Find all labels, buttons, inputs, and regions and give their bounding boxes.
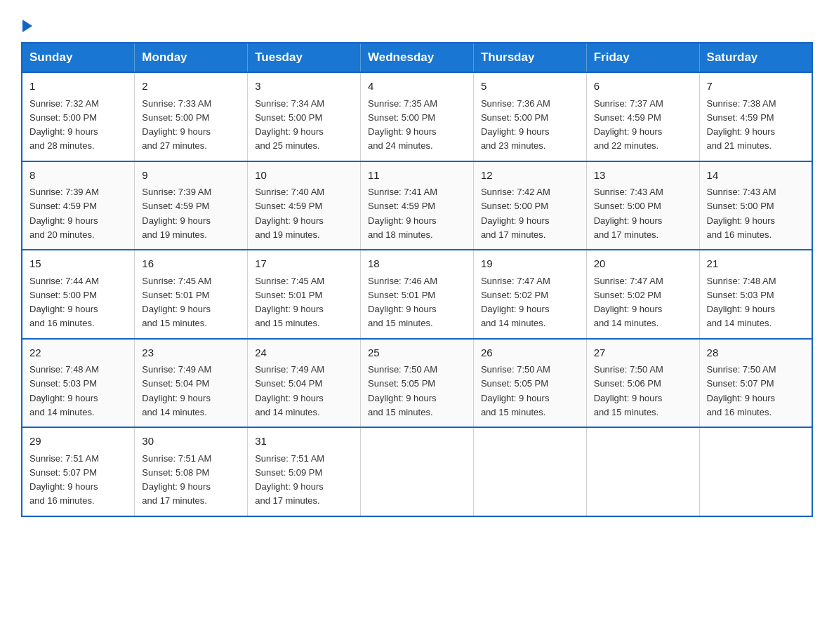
calendar-cell — [699, 427, 812, 516]
day-number: 10 — [255, 168, 353, 184]
calendar-cell: 6Sunrise: 7:37 AMSunset: 4:59 PMDaylight… — [586, 72, 699, 161]
day-number: 19 — [481, 256, 579, 272]
calendar-cell: 12Sunrise: 7:42 AMSunset: 5:00 PMDayligh… — [473, 161, 586, 250]
calendar-cell: 21Sunrise: 7:48 AMSunset: 5:03 PMDayligh… — [699, 250, 812, 339]
day-number: 8 — [29, 168, 127, 184]
day-info: Sunrise: 7:48 AMSunset: 5:03 PMDaylight:… — [707, 276, 776, 329]
day-number: 16 — [142, 256, 240, 272]
day-info: Sunrise: 7:47 AMSunset: 5:02 PMDaylight:… — [594, 276, 663, 329]
day-number: 24 — [255, 345, 353, 361]
day-info: Sunrise: 7:35 AMSunset: 5:00 PMDaylight:… — [368, 98, 437, 152]
calendar-cell: 31Sunrise: 7:51 AMSunset: 5:09 PMDayligh… — [248, 427, 361, 516]
calendar-cell — [361, 427, 474, 516]
header-tuesday: Tuesday — [248, 43, 361, 72]
calendar-cell: 15Sunrise: 7:44 AMSunset: 5:00 PMDayligh… — [22, 250, 135, 339]
day-number: 4 — [368, 79, 466, 95]
calendar-week-row: 8Sunrise: 7:39 AMSunset: 4:59 PMDaylight… — [22, 161, 812, 250]
calendar-cell: 28Sunrise: 7:50 AMSunset: 5:07 PMDayligh… — [699, 339, 812, 428]
calendar-cell — [473, 427, 586, 516]
day-number: 14 — [707, 168, 805, 184]
logo — [21, 14, 32, 29]
day-number: 3 — [255, 79, 353, 95]
day-info: Sunrise: 7:45 AMSunset: 5:01 PMDaylight:… — [142, 276, 211, 329]
day-number: 15 — [29, 256, 127, 272]
calendar-cell: 30Sunrise: 7:51 AMSunset: 5:08 PMDayligh… — [135, 427, 248, 516]
day-info: Sunrise: 7:39 AMSunset: 4:59 PMDaylight:… — [142, 187, 211, 240]
day-number: 2 — [142, 79, 240, 95]
day-number: 26 — [481, 345, 579, 361]
calendar-cell: 2Sunrise: 7:33 AMSunset: 5:00 PMDaylight… — [135, 72, 248, 161]
calendar-cell: 3Sunrise: 7:34 AMSunset: 5:00 PMDaylight… — [248, 72, 361, 161]
calendar-cell: 5Sunrise: 7:36 AMSunset: 5:00 PMDaylight… — [473, 72, 586, 161]
header-sunday: Sunday — [22, 43, 135, 72]
calendar-cell: 11Sunrise: 7:41 AMSunset: 4:59 PMDayligh… — [361, 161, 474, 250]
calendar-cell: 10Sunrise: 7:40 AMSunset: 4:59 PMDayligh… — [248, 161, 361, 250]
day-info: Sunrise: 7:46 AMSunset: 5:01 PMDaylight:… — [368, 276, 437, 329]
day-info: Sunrise: 7:45 AMSunset: 5:01 PMDaylight:… — [255, 276, 324, 329]
header-monday: Monday — [135, 43, 248, 72]
calendar-cell: 8Sunrise: 7:39 AMSunset: 4:59 PMDaylight… — [22, 161, 135, 250]
day-info: Sunrise: 7:38 AMSunset: 4:59 PMDaylight:… — [707, 98, 776, 152]
page-header — [21, 14, 813, 29]
day-number: 17 — [255, 256, 353, 272]
day-number: 12 — [481, 168, 579, 184]
day-number: 29 — [29, 434, 127, 450]
day-info: Sunrise: 7:50 AMSunset: 5:05 PMDaylight:… — [368, 364, 437, 417]
day-info: Sunrise: 7:32 AMSunset: 5:00 PMDaylight:… — [29, 98, 99, 152]
calendar-cell: 1Sunrise: 7:32 AMSunset: 5:00 PMDaylight… — [22, 72, 135, 161]
day-number: 6 — [594, 79, 692, 95]
header-friday: Friday — [586, 43, 699, 72]
calendar-cell: 19Sunrise: 7:47 AMSunset: 5:02 PMDayligh… — [473, 250, 586, 339]
day-info: Sunrise: 7:36 AMSunset: 5:00 PMDaylight:… — [481, 98, 550, 152]
day-info: Sunrise: 7:33 AMSunset: 5:00 PMDaylight:… — [142, 98, 211, 152]
calendar-cell: 22Sunrise: 7:48 AMSunset: 5:03 PMDayligh… — [22, 339, 135, 428]
calendar-cell — [586, 427, 699, 516]
calendar-cell: 17Sunrise: 7:45 AMSunset: 5:01 PMDayligh… — [248, 250, 361, 339]
day-number: 20 — [594, 256, 692, 272]
day-info: Sunrise: 7:50 AMSunset: 5:06 PMDaylight:… — [594, 364, 663, 417]
day-info: Sunrise: 7:43 AMSunset: 5:00 PMDaylight:… — [594, 187, 663, 240]
calendar-cell: 24Sunrise: 7:49 AMSunset: 5:04 PMDayligh… — [248, 339, 361, 428]
header-thursday: Thursday — [473, 43, 586, 72]
day-info: Sunrise: 7:51 AMSunset: 5:08 PMDaylight:… — [142, 453, 211, 507]
day-info: Sunrise: 7:37 AMSunset: 4:59 PMDaylight:… — [594, 98, 663, 152]
day-number: 11 — [368, 168, 466, 184]
day-number: 28 — [707, 345, 805, 361]
day-info: Sunrise: 7:44 AMSunset: 5:00 PMDaylight:… — [29, 276, 99, 329]
calendar-week-row: 22Sunrise: 7:48 AMSunset: 5:03 PMDayligh… — [22, 339, 812, 428]
day-number: 13 — [594, 168, 692, 184]
day-info: Sunrise: 7:43 AMSunset: 5:00 PMDaylight:… — [707, 187, 776, 240]
day-number: 25 — [368, 345, 466, 361]
calendar-cell: 26Sunrise: 7:50 AMSunset: 5:05 PMDayligh… — [473, 339, 586, 428]
day-info: Sunrise: 7:34 AMSunset: 5:00 PMDaylight:… — [255, 98, 324, 152]
day-number: 23 — [142, 345, 240, 361]
day-number: 22 — [29, 345, 127, 361]
calendar-week-row: 15Sunrise: 7:44 AMSunset: 5:00 PMDayligh… — [22, 250, 812, 339]
calendar-cell: 4Sunrise: 7:35 AMSunset: 5:00 PMDaylight… — [361, 72, 474, 161]
day-info: Sunrise: 7:49 AMSunset: 5:04 PMDaylight:… — [142, 364, 211, 417]
calendar-cell: 25Sunrise: 7:50 AMSunset: 5:05 PMDayligh… — [361, 339, 474, 428]
day-info: Sunrise: 7:50 AMSunset: 5:07 PMDaylight:… — [707, 364, 776, 417]
day-info: Sunrise: 7:47 AMSunset: 5:02 PMDaylight:… — [481, 276, 550, 329]
day-info: Sunrise: 7:51 AMSunset: 5:07 PMDaylight:… — [29, 453, 99, 507]
day-info: Sunrise: 7:39 AMSunset: 4:59 PMDaylight:… — [29, 187, 99, 240]
calendar-cell: 29Sunrise: 7:51 AMSunset: 5:07 PMDayligh… — [22, 427, 135, 516]
logo-arrow-icon — [22, 20, 32, 32]
header-saturday: Saturday — [699, 43, 812, 72]
day-info: Sunrise: 7:49 AMSunset: 5:04 PMDaylight:… — [255, 364, 324, 417]
calendar-table: SundayMondayTuesdayWednesdayThursdayFrid… — [21, 42, 813, 517]
calendar-cell: 13Sunrise: 7:43 AMSunset: 5:00 PMDayligh… — [586, 161, 699, 250]
calendar-week-row: 1Sunrise: 7:32 AMSunset: 5:00 PMDaylight… — [22, 72, 812, 161]
day-info: Sunrise: 7:51 AMSunset: 5:09 PMDaylight:… — [255, 453, 324, 507]
calendar-cell: 20Sunrise: 7:47 AMSunset: 5:02 PMDayligh… — [586, 250, 699, 339]
calendar-cell: 16Sunrise: 7:45 AMSunset: 5:01 PMDayligh… — [135, 250, 248, 339]
day-number: 1 — [29, 79, 127, 95]
day-info: Sunrise: 7:41 AMSunset: 4:59 PMDaylight:… — [368, 187, 437, 240]
day-number: 30 — [142, 434, 240, 450]
day-number: 7 — [707, 79, 805, 95]
day-number: 18 — [368, 256, 466, 272]
day-info: Sunrise: 7:50 AMSunset: 5:05 PMDaylight:… — [481, 364, 550, 417]
calendar-cell: 18Sunrise: 7:46 AMSunset: 5:01 PMDayligh… — [361, 250, 474, 339]
header-wednesday: Wednesday — [361, 43, 474, 72]
calendar-cell: 7Sunrise: 7:38 AMSunset: 4:59 PMDaylight… — [699, 72, 812, 161]
